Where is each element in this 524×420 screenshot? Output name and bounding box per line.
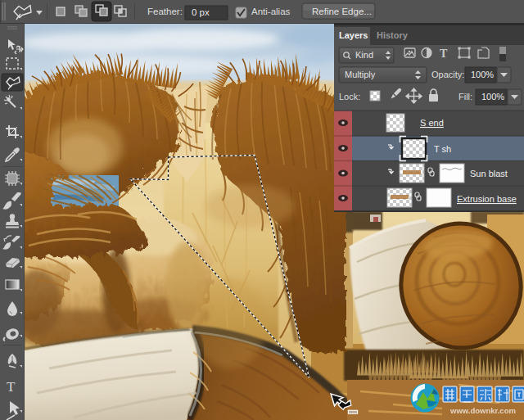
svg-text:T: T bbox=[440, 47, 448, 60]
svg-text:Refine Edge...: Refine Edge... bbox=[312, 7, 372, 16]
svg-text:Fill:: Fill: bbox=[458, 92, 472, 102]
svg-text:Opacity:: Opacity: bbox=[431, 70, 464, 79]
svg-text:100%: 100% bbox=[471, 70, 494, 79]
svg-text:Multiply: Multiply bbox=[345, 70, 376, 79]
svg-text:0 px: 0 px bbox=[192, 7, 210, 17]
svg-text:100%: 100% bbox=[481, 92, 504, 102]
svg-text:T sh: T sh bbox=[434, 144, 451, 154]
svg-text:Lock:: Lock: bbox=[339, 92, 360, 102]
svg-text:Kind: Kind bbox=[355, 50, 373, 60]
svg-text:Layers: Layers bbox=[339, 30, 368, 40]
svg-text:Anti-alias: Anti-alias bbox=[251, 7, 291, 16]
svg-text:Sun blast: Sun blast bbox=[470, 169, 508, 178]
svg-text:Extrusion base: Extrusion base bbox=[457, 194, 517, 204]
svg-text:Feather:: Feather: bbox=[147, 7, 183, 16]
svg-text:www.downkr.com: www.downkr.com bbox=[449, 406, 516, 415]
svg-text:T: T bbox=[7, 379, 16, 395]
svg-text:S end: S end bbox=[420, 118, 444, 128]
svg-text:History: History bbox=[377, 30, 409, 40]
